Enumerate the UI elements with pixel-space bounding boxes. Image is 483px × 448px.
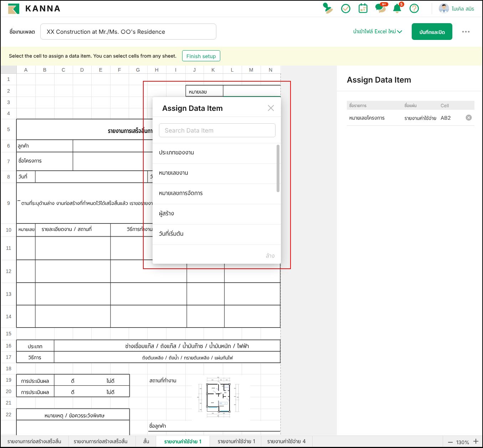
svg-text:C: C — [62, 67, 65, 73]
svg-text:L: L — [231, 67, 234, 73]
svg-text:21: 21 — [6, 400, 11, 406]
svg-text:9: 9 — [7, 200, 10, 206]
svg-text:17: 17 — [6, 354, 11, 360]
svg-text:4: 4 — [7, 110, 10, 116]
svg-text:7: 7 — [7, 159, 10, 164]
svg-text:1: 1 — [7, 76, 10, 82]
svg-text:H: H — [155, 67, 158, 73]
svg-text:19: 19 — [6, 377, 11, 383]
svg-text:22: 22 — [6, 412, 11, 417]
svg-text:M: M — [249, 67, 253, 73]
svg-text:J: J — [193, 67, 196, 73]
svg-text:12: 12 — [6, 268, 11, 274]
svg-text:9+: 9+ — [382, 2, 386, 6]
svg-text:8: 8 — [7, 174, 10, 180]
svg-text:E: E — [99, 67, 102, 73]
svg-text:5: 5 — [7, 127, 10, 132]
svg-text:14: 14 — [6, 314, 11, 319]
svg-text:D: D — [80, 67, 84, 73]
svg-text:20: 20 — [6, 388, 11, 394]
svg-text:15: 15 — [6, 331, 11, 336]
svg-text:3: 3 — [7, 99, 10, 105]
svg-text:6: 6 — [7, 143, 10, 149]
svg-text:11: 11 — [6, 245, 11, 251]
svg-text:F: F — [118, 67, 121, 73]
svg-text:18: 18 — [6, 366, 11, 371]
svg-text:B: B — [43, 67, 46, 73]
svg-text:K: K — [211, 67, 215, 73]
svg-text:16: 16 — [6, 343, 11, 349]
svg-text:13: 13 — [6, 291, 11, 297]
svg-text:10: 10 — [6, 227, 11, 233]
svg-text:G: G — [136, 67, 140, 73]
svg-text:5: 5 — [401, 2, 403, 6]
svg-text:2: 2 — [7, 88, 10, 94]
svg-text:N: N — [269, 67, 272, 73]
svg-text:I: I — [175, 67, 176, 73]
svg-text:A: A — [24, 67, 28, 73]
